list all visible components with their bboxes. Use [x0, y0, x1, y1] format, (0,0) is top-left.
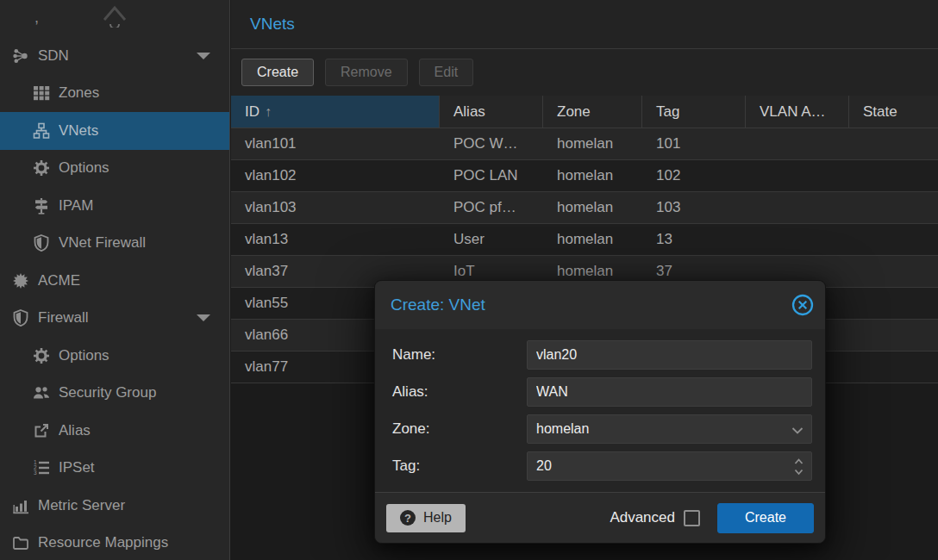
tag-spinner[interactable]: 20 [527, 451, 812, 481]
sidebar-item-security-group[interactable]: Security Group [0, 375, 229, 413]
sidebar-item-label: Zones [59, 84, 99, 102]
sidebar-item-label: Alias [59, 422, 91, 439]
zone-field-row: Zone: homelan [392, 414, 812, 444]
share-network-icon [12, 47, 38, 65]
cell-alias: POC pf… [440, 192, 543, 223]
certificate-icon [12, 272, 38, 289]
sidebar-item-label: Metric Server [38, 497, 125, 514]
bar-chart-icon [12, 497, 38, 514]
sidebar-item-label: Options [59, 347, 109, 364]
name-field-row: Name: [392, 340, 812, 370]
edit-button[interactable]: Edit [419, 59, 474, 86]
alias-field-row: Alias: [392, 377, 812, 407]
alias-input[interactable] [527, 377, 812, 407]
help-button-label: Help [423, 510, 452, 526]
sidebar-item-ipset[interactable]: 123 IPSet [0, 450, 229, 488]
sidebar-item-ipam[interactable]: IPAM [0, 187, 229, 225]
sidebar-item-sdn-options[interactable]: Options [0, 150, 229, 188]
panel-titlebar: VNets [231, 0, 938, 49]
sitemap-icon [33, 122, 59, 140]
create-vnet-dialog: Create: VNet Name: Alias: Zone: homelan [374, 280, 826, 544]
sidebar-item-label: ACME [38, 272, 80, 289]
sidebar-item-label: VNets [59, 122, 98, 140]
cell-vlan-aware [746, 160, 849, 191]
sidebar-item-label: VNet Firewall [59, 234, 146, 252]
table-row[interactable]: vlan101 POC W… homelan 101 [231, 128, 938, 160]
sidebar-item-resource-mappings[interactable]: Resource Mappings [0, 525, 229, 560]
sidebar-item-acme[interactable]: ACME [0, 262, 229, 300]
table-header-row: ID↑ Alias Zone Tag VLAN A… State [231, 96, 938, 128]
cell-zone: homelan [543, 192, 642, 223]
cell-vlan-aware [746, 224, 849, 255]
cell-id: vlan103 [231, 192, 440, 223]
cell-id: vlan101 [231, 128, 440, 159]
sidebar-item-vnets[interactable]: VNets [0, 112, 229, 150]
page-title: VNets [250, 15, 295, 34]
column-header-state[interactable]: State [849, 96, 938, 128]
sidebar-item-zones[interactable]: Zones [0, 75, 229, 113]
dialog-create-button[interactable]: Create [717, 503, 814, 533]
cell-zone: homelan [543, 160, 642, 191]
column-header-zone[interactable]: Zone [543, 96, 642, 128]
shield-icon [33, 234, 59, 252]
sidebar-item-sdn[interactable]: SDN [0, 37, 229, 75]
zone-selected-value: homelan [536, 421, 589, 437]
table-row[interactable]: vlan103 POC pf… homelan 103 [231, 192, 938, 224]
help-button[interactable]: ? Help [386, 504, 466, 532]
tag-value: 20 [536, 458, 552, 474]
sidebar-item-firewall-options[interactable]: Options [0, 337, 229, 375]
cell-id: vlan13 [231, 224, 440, 255]
folder-icon [12, 534, 38, 551]
cell-alias: User [440, 224, 543, 255]
column-header-vlan-aware[interactable]: VLAN A… [746, 96, 849, 128]
sidebar-item-alias[interactable]: Alias [0, 412, 229, 450]
dialog-body: Name: Alias: Zone: homelan Tag: 20 [392, 340, 812, 488]
name-input[interactable] [527, 340, 812, 370]
sidebar-item-label: Security Group [59, 384, 156, 401]
column-header-id[interactable]: ID↑ [231, 96, 440, 128]
chevron-down-icon[interactable] [791, 415, 804, 445]
gear-icon [33, 159, 59, 177]
name-label: Name: [392, 346, 527, 364]
sidebar-item-vnet-firewall[interactable]: VNet Firewall [0, 225, 229, 263]
cell-tag: 102 [642, 160, 746, 191]
remove-button[interactable]: Remove [325, 59, 408, 86]
chevron-down-icon [197, 314, 210, 321]
chevron-down-icon [197, 53, 210, 59]
dialog-footer: ? Help Advanced Create [375, 492, 825, 543]
tag-label: Tag: [392, 457, 527, 475]
advanced-checkbox[interactable] [684, 510, 700, 526]
question-circle-icon: ? [400, 510, 416, 526]
column-header-alias[interactable]: Alias [440, 96, 543, 128]
external-link-icon [33, 422, 59, 439]
svg-text:3: 3 [34, 470, 37, 476]
users-icon [33, 384, 59, 401]
sidebar-item-label: Resource Mappings [38, 534, 168, 551]
sidebar-scroll-up[interactable]: , [0, 0, 229, 37]
close-icon[interactable] [791, 294, 814, 316]
cell-alias: POC LAN [440, 160, 543, 191]
spinner-up-down-icon[interactable] [793, 452, 804, 482]
cell-tag: 101 [642, 128, 746, 159]
cell-state [849, 192, 938, 223]
cell-state [849, 288, 938, 319]
cell-state [849, 256, 938, 287]
sidebar-item-label: IPAM [59, 197, 93, 215]
signpost-icon [33, 197, 59, 215]
sidebar-item-firewall[interactable]: Firewall [0, 300, 229, 338]
table-row[interactable]: vlan13 User homelan 13 [231, 224, 938, 256]
table-row[interactable]: vlan102 POC LAN homelan 102 [231, 160, 938, 192]
tag-field-row: Tag: 20 [392, 451, 812, 481]
column-header-tag[interactable]: Tag [642, 96, 746, 128]
sidebar-item-metric-server[interactable]: Metric Server [0, 487, 229, 525]
zone-select[interactable]: homelan [527, 414, 812, 444]
sidebar-item-label: Options [59, 159, 109, 177]
cell-state [849, 320, 938, 351]
sidebar: , SDN Zones VNets [0, 0, 230, 560]
create-button[interactable]: Create [241, 59, 314, 86]
dialog-header[interactable]: Create: VNet [375, 281, 825, 329]
grid-icon [33, 84, 59, 102]
shield-icon [12, 309, 38, 327]
advanced-label: Advanced [610, 509, 675, 526]
cell-tag: 13 [642, 224, 746, 255]
